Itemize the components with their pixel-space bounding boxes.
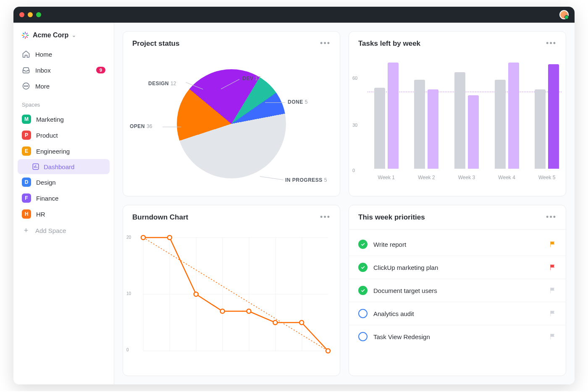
space-icon: E	[22, 146, 31, 156]
data-point	[299, 321, 304, 325]
space-item-product[interactable]: PProduct	[18, 127, 110, 143]
pie-label-done: DONE5	[288, 99, 307, 105]
x-label: Week 2	[418, 175, 435, 180]
space-label: Finance	[36, 195, 58, 202]
pie-chart: DEV17 DONE5 IN PROGRESS5 OPEN36 DESIGN12	[123, 55, 340, 196]
y-tick-30: 30	[352, 123, 357, 128]
data-point	[194, 292, 198, 296]
space-item-design[interactable]: DDesign	[18, 174, 110, 190]
bar	[414, 80, 425, 169]
bar	[535, 89, 546, 169]
task-row[interactable]: ClickUp marketing plan	[349, 256, 566, 279]
card-header: This week priorities •••	[349, 205, 566, 230]
y-tick-60: 60	[352, 76, 357, 81]
inbox-icon	[22, 66, 30, 74]
nav-more[interactable]: More	[18, 78, 110, 94]
space-icon: P	[22, 131, 31, 140]
add-space-button[interactable]: + Add Space	[18, 222, 110, 239]
flag-icon[interactable]	[549, 240, 556, 248]
card-header: Burndown Chart •••	[123, 205, 340, 229]
tasks-left-card: Tasks left by week ••• 60 30 0 Week 1Wee…	[349, 31, 566, 196]
space-label: Product	[36, 132, 58, 139]
space-label: Engineering	[36, 148, 70, 155]
pie-label-design: DESIGN12	[148, 81, 176, 86]
flag-icon[interactable]	[549, 310, 556, 317]
priorities-card: This week priorities ••• Write reportCli…	[349, 205, 566, 376]
card-title: Tasks left by week	[358, 39, 420, 48]
check-done-icon[interactable]	[358, 263, 368, 272]
pie-label-inprogress: IN PROGRESS5	[285, 177, 327, 183]
dashboard-icon	[32, 163, 39, 170]
dashboard-label: Dashboard	[44, 163, 74, 170]
card-title: Burndown Chart	[132, 213, 188, 222]
workspace-logo-icon	[21, 31, 29, 39]
pie-label-dev: DEV17	[242, 76, 261, 81]
burndown-chart: 20 10 0	[123, 229, 340, 376]
svg-point-3	[27, 86, 28, 86]
user-avatar[interactable]	[559, 10, 569, 19]
more-icon	[22, 82, 30, 90]
task-title: Document target users	[373, 287, 543, 294]
burndown-card: Burndown Chart ••• 20 10 0	[123, 205, 340, 376]
nav-home-label: Home	[35, 51, 52, 58]
nav-home[interactable]: Home	[18, 46, 110, 62]
card-more-button[interactable]: •••	[546, 213, 556, 222]
data-point	[168, 235, 172, 240]
check-open-icon[interactable]	[358, 309, 368, 318]
card-more-button[interactable]: •••	[320, 213, 331, 222]
task-row[interactable]: Task View Redesign	[349, 325, 566, 348]
bar	[454, 72, 465, 169]
bar	[548, 64, 559, 169]
card-more-button[interactable]: •••	[546, 39, 556, 48]
task-title: Analytics audit	[373, 310, 543, 317]
burndown-svg	[140, 233, 331, 355]
card-header: Tasks left by week •••	[349, 31, 566, 55]
bar	[495, 80, 506, 169]
nav-inbox[interactable]: Inbox 9	[18, 62, 110, 78]
x-label: Week 1	[378, 175, 395, 180]
x-label: Week 3	[458, 175, 475, 180]
bars-area: Week 1Week 2Week 3Week 4Week 5	[368, 60, 566, 169]
workspace-switcher[interactable]: Acme Corp ⌄	[18, 29, 110, 46]
space-icon: H	[22, 209, 31, 219]
space-label: Marketing	[36, 116, 64, 123]
fullscreen-window-icon[interactable]	[36, 12, 41, 17]
sidebar-dashboard[interactable]: Dashboard	[18, 159, 110, 174]
space-item-engineering[interactable]: EEngineering	[18, 143, 110, 159]
task-title: Task View Redesign	[373, 333, 543, 340]
space-item-finance[interactable]: FFinance	[18, 190, 110, 206]
flag-icon[interactable]	[549, 264, 556, 271]
task-row[interactable]: Write report	[349, 233, 566, 256]
check-open-icon[interactable]	[358, 332, 368, 341]
space-icon: F	[22, 193, 31, 203]
y-tick-20: 20	[126, 235, 131, 240]
data-point	[220, 309, 225, 314]
bar-group: Week 5	[535, 60, 559, 169]
nav-inbox-label: Inbox	[35, 67, 51, 74]
add-space-label: Add Space	[35, 227, 66, 234]
space-item-hr[interactable]: HHR	[18, 206, 110, 222]
chevron-down-icon: ⌄	[72, 32, 76, 38]
task-title: ClickUp marketing plan	[373, 264, 543, 271]
space-label: Design	[36, 179, 56, 186]
inbox-badge: 9	[96, 67, 105, 73]
spaces-label: Spaces	[18, 94, 110, 111]
bar-group: Week 3	[454, 60, 479, 169]
check-done-icon[interactable]	[358, 286, 368, 295]
flag-icon[interactable]	[549, 287, 556, 294]
flag-icon[interactable]	[549, 333, 556, 340]
space-item-marketing[interactable]: MMarketing	[18, 111, 110, 127]
minimize-window-icon[interactable]	[28, 12, 33, 17]
svg-point-1	[24, 86, 25, 86]
data-point	[141, 235, 145, 240]
home-icon	[22, 50, 30, 58]
check-done-icon[interactable]	[358, 240, 368, 249]
task-row[interactable]: Document target users	[349, 279, 566, 302]
card-more-button[interactable]: •••	[320, 39, 331, 48]
task-row[interactable]: Analytics audit	[349, 302, 566, 325]
close-window-icon[interactable]	[19, 12, 24, 17]
bar-chart: 60 30 0 Week 1Week 2Week 3Week 4Week 5	[349, 55, 566, 196]
x-label: Week 4	[498, 175, 515, 180]
bar-group: Week 2	[414, 60, 438, 169]
pie-label-open: OPEN36	[130, 123, 152, 129]
